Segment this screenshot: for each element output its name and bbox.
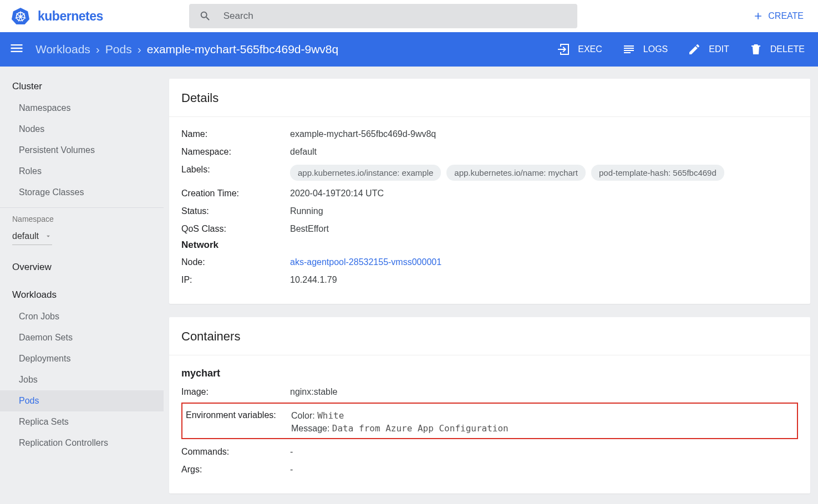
label-chip: pod-template-hash: 565fbc469d <box>591 165 724 181</box>
qos-value: BestEffort <box>290 222 798 234</box>
svg-point-9 <box>19 16 22 18</box>
menu-button[interactable] <box>9 40 24 58</box>
commands-label: Commands: <box>181 445 290 457</box>
node-link[interactable]: aks-agentpool-28532155-vmss000001 <box>290 255 798 267</box>
sidebar-item-jobs[interactable]: Jobs <box>0 369 164 390</box>
commands-value: - <box>290 445 798 457</box>
labels-label: Labels: <box>181 162 290 175</box>
sidebar-item-replica-sets[interactable]: Replica Sets <box>0 411 164 432</box>
sidebar-item-cron-jobs[interactable]: Cron Jobs <box>0 306 164 327</box>
label-chip: app.kubernetes.io/instance: example <box>290 165 441 181</box>
sidebar-item-pods[interactable]: Pods <box>0 390 164 411</box>
delete-button[interactable]: DELETE <box>749 43 805 56</box>
creation-time-value: 2020-04-19T20:14 UTC <box>290 186 798 198</box>
menu-icon <box>9 40 24 56</box>
network-header: Network <box>181 240 798 251</box>
details-title: Details <box>169 79 810 117</box>
search-box[interactable] <box>189 4 577 28</box>
breadcrumb-current: example-mychart-565fbc469d-9wv8q <box>147 43 339 56</box>
labels-value: app.kubernetes.io/instance: example app.… <box>290 162 798 181</box>
breadcrumb-workloads[interactable]: Workloads <box>35 43 90 56</box>
env-highlight: Environment variables: Color: White Mess… <box>181 403 798 439</box>
sidebar-item-persistent-volumes[interactable]: Persistent Volumes <box>0 140 164 161</box>
edit-button[interactable]: EDIT <box>688 43 729 56</box>
breadcrumb-pods[interactable]: Pods <box>105 43 132 56</box>
containers-title: Containers <box>169 317 810 355</box>
dropdown-icon <box>44 232 52 240</box>
qos-label: QoS Class: <box>181 222 290 234</box>
plus-icon <box>753 11 764 22</box>
image-label: Image: <box>181 385 290 397</box>
edit-icon <box>688 43 701 56</box>
creation-time-label: Creation Time: <box>181 186 290 198</box>
create-button[interactable]: CREATE <box>747 6 809 26</box>
sidebar-header-cluster[interactable]: Cluster <box>0 73 164 98</box>
logs-icon <box>622 43 636 56</box>
action-bar: Workloads › Pods › example-mychart-565fb… <box>0 32 818 67</box>
sidebar-header-overview[interactable]: Overview <box>0 254 164 278</box>
sidebar-item-storage-classes[interactable]: Storage Classes <box>0 182 164 203</box>
args-label: Args: <box>181 462 290 475</box>
containers-card: Containers mychart Image:nginx:stable En… <box>169 317 810 493</box>
sidebar-item-nodes[interactable]: Nodes <box>0 119 164 140</box>
namespace-label: Namespace <box>0 212 164 225</box>
sidebar-item-daemon-sets[interactable]: Daemon Sets <box>0 327 164 348</box>
ip-label: IP: <box>181 273 290 285</box>
sidebar-item-roles[interactable]: Roles <box>0 161 164 182</box>
divider <box>0 207 164 208</box>
brand-text: kubernetes <box>38 9 103 24</box>
logs-button[interactable]: LOGS <box>622 43 668 56</box>
exec-button[interactable]: EXEC <box>557 43 602 56</box>
namespace-label: Namespace: <box>181 145 290 157</box>
kubernetes-logo-icon <box>11 7 30 26</box>
args-value: - <box>290 462 798 475</box>
ip-value: 10.244.1.79 <box>290 273 798 285</box>
breadcrumb: Workloads › Pods › example-mychart-565fb… <box>35 43 338 56</box>
sidebar-header-workloads[interactable]: Workloads <box>0 278 164 306</box>
content: Details Name:example-mychart-565fbc469d-… <box>164 67 818 504</box>
chevron-right-icon: › <box>138 43 141 56</box>
create-label: CREATE <box>768 11 804 21</box>
exec-icon <box>557 43 570 56</box>
chevron-right-icon: › <box>96 43 100 56</box>
details-card: Details Name:example-mychart-565fbc469d-… <box>169 79 810 304</box>
name-value: example-mychart-565fbc469d-9wv8q <box>290 127 798 139</box>
search-icon <box>199 10 211 22</box>
node-label: Node: <box>181 255 290 267</box>
delete-icon <box>749 43 763 56</box>
sidebar-item-replication-controllers[interactable]: Replication Controllers <box>0 432 164 454</box>
topbar: kubernetes CREATE <box>0 0 818 32</box>
namespace-value: default <box>290 145 798 157</box>
container-name: mychart <box>181 368 798 379</box>
env-label: Environment variables: <box>186 408 291 434</box>
env-values: Color: White Message: Data from Azure Ap… <box>291 408 794 434</box>
namespace-select[interactable]: default <box>12 228 52 245</box>
search-input[interactable] <box>223 11 567 22</box>
sidebar: Cluster Namespaces Nodes Persistent Volu… <box>0 67 164 504</box>
image-value: nginx:stable <box>290 385 798 397</box>
sidebar-item-deployments[interactable]: Deployments <box>0 348 164 369</box>
label-chip: app.kubernetes.io/name: mychart <box>446 165 586 181</box>
name-label: Name: <box>181 127 290 139</box>
logo[interactable]: kubernetes <box>11 7 103 26</box>
sidebar-item-namespaces[interactable]: Namespaces <box>0 98 164 119</box>
status-label: Status: <box>181 204 290 216</box>
status-value: Running <box>290 204 798 216</box>
